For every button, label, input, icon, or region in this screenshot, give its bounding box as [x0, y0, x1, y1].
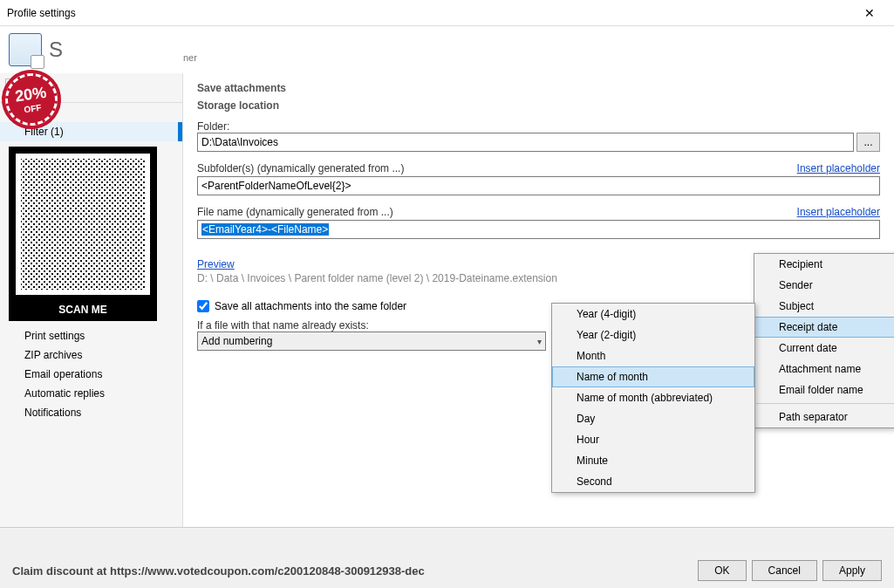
section-title: Save attachments	[197, 82, 880, 94]
toolbar: S ner	[0, 26, 894, 73]
app-icon	[9, 33, 42, 66]
placeholder-menu: Recipient Sender Subject Receipt date Cu…	[754, 253, 894, 428]
toolbar-subtext: ner	[183, 52, 197, 63]
bottom-bar: Claim discount at https://www.votedcoupo…	[0, 527, 894, 588]
sidebar-item-print[interactable]: Print settings	[0, 326, 182, 345]
insert-placeholder-link-1[interactable]: Insert placeholder	[797, 162, 880, 174]
menu-item-subject[interactable]: Subject	[754, 296, 894, 317]
folder-input[interactable]	[197, 133, 854, 152]
menu-separator	[756, 403, 894, 404]
titlebar: Profile settings ✕	[0, 0, 894, 26]
submenu-day[interactable]: Day	[552, 408, 754, 429]
sidebar-item-auto-replies[interactable]: Automatic replies	[0, 384, 182, 403]
menu-item-path-separator[interactable]: Path separator	[754, 407, 894, 427]
window-title: Profile settings	[7, 7, 852, 19]
menu-item-recipient[interactable]: Recipient	[754, 254, 894, 275]
menu-item-sender[interactable]: Sender	[754, 275, 894, 296]
submenu-minute[interactable]: Minute	[552, 450, 754, 471]
submenu-year2[interactable]: Year (2-digit)	[552, 325, 754, 345]
filename-input[interactable]: <EmailYear4>-<FileName>	[197, 220, 880, 239]
apply-button[interactable]: Apply	[822, 560, 882, 581]
submenu-name-of-month-abbr[interactable]: Name of month (abbreviated)	[552, 387, 754, 408]
submenu-month[interactable]: Month	[552, 345, 754, 366]
same-folder-label: Save all attachments into the same folde…	[215, 300, 406, 312]
sidebar: Pro Moni Filter (1) SCAN ME Print settin…	[0, 73, 183, 527]
submenu-hour[interactable]: Hour	[552, 429, 754, 450]
submenu-second[interactable]: Second	[552, 471, 754, 492]
filename-label: File name (dynamically generated from ..…	[197, 206, 393, 218]
insert-placeholder-link-2[interactable]: Insert placeholder	[797, 206, 880, 218]
sidebar-item-notifications[interactable]: Notifications	[0, 403, 182, 422]
toolbar-text: S	[49, 38, 63, 62]
menu-item-receipt-date[interactable]: Receipt date	[754, 317, 894, 338]
subfolder-input[interactable]	[197, 176, 880, 195]
close-icon[interactable]: ✕	[852, 6, 887, 20]
receipt-date-submenu: Year (4-digit) Year (2-digit) Month Name…	[551, 303, 755, 493]
menu-item-attachment-name[interactable]: Attachment name	[754, 359, 894, 379]
folder-label: Folder:	[197, 120, 880, 133]
menu-item-email-folder-name[interactable]: Email folder name	[754, 379, 894, 400]
sidebar-item-email-ops[interactable]: Email operations	[0, 365, 182, 384]
browse-button[interactable]: ...	[856, 133, 880, 152]
submenu-year4[interactable]: Year (4-digit)	[552, 304, 754, 325]
subsection-title: Storage location	[197, 99, 880, 112]
preview-link[interactable]: Preview	[197, 258, 235, 270]
submenu-name-of-month[interactable]: Name of month	[552, 366, 754, 387]
qr-code: SCAN ME	[9, 147, 157, 321]
exists-dropdown[interactable]: Add numbering	[197, 332, 546, 351]
sidebar-item-zip[interactable]: ZIP archives	[0, 345, 182, 365]
claim-text: Claim discount at https://www.votedcoupo…	[12, 564, 425, 578]
menu-item-current-date[interactable]: Current date	[754, 338, 894, 359]
subfolder-label: Subfolder(s) (dynamically generated from…	[197, 162, 404, 174]
cancel-button[interactable]: Cancel	[752, 560, 817, 581]
same-folder-checkbox[interactable]	[197, 300, 209, 312]
ok-button[interactable]: OK	[698, 560, 746, 581]
